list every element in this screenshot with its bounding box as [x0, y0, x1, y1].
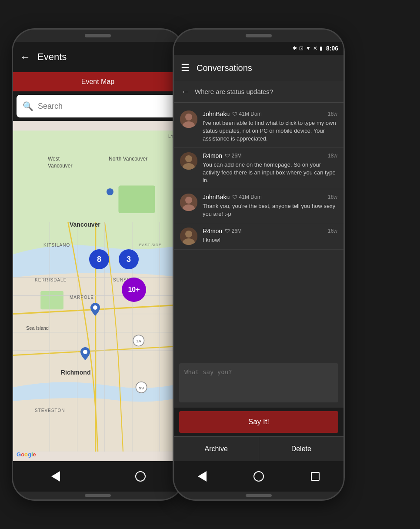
map-pin-richmond — [80, 347, 90, 362]
delete-button[interactable]: Delete — [259, 437, 344, 461]
map-marker-3[interactable]: 3 — [119, 249, 139, 269]
avatar-r4mon-1 — [180, 152, 197, 170]
west-vancouver-label: WestVancouver — [48, 156, 72, 169]
kerrisdale-label: KERRISDALE — [35, 278, 67, 282]
east-side-label: EAST SIDE — [139, 243, 161, 247]
svg-point-20 — [83, 350, 87, 354]
map-dot-north — [107, 188, 113, 195]
message-item-2[interactable]: R4mon 🛡 26M 18w You can add one on the h… — [174, 148, 343, 190]
message-text-3: Thank you, you're the best, anyone tell … — [203, 202, 337, 218]
message-content-4: R4mon 🛡 26M 16w I know! — [203, 228, 337, 244]
status-bar: ✱ ⊡ ▼ ✕ ▮ 8:06 — [174, 42, 343, 55]
avatar-johnbaku-2 — [180, 194, 197, 211]
status-time: 8:06 — [326, 45, 338, 52]
message-time-3: 18w — [328, 194, 337, 200]
right-nav-bar — [174, 461, 343, 492]
left-nav-bar — [13, 461, 183, 492]
svg-point-19 — [93, 305, 97, 310]
search-input[interactable] — [38, 102, 173, 111]
message-item[interactable]: JohnBaku 🛡 41M Dom 18w I've not been abl… — [174, 106, 343, 148]
message-time-1: 18w — [328, 111, 337, 117]
reply-area — [174, 360, 343, 408]
conv-subheader-text: Where are status updates? — [195, 88, 273, 95]
message-content-2: R4mon 🛡 26M 18w You can add one on the h… — [203, 152, 337, 185]
search-icon: 🔍 — [23, 101, 33, 111]
conversations-subheader: ← Where are status updates? — [174, 81, 343, 103]
message-name-2: R4mon — [203, 152, 222, 159]
nav-back-button[interactable] — [49, 470, 62, 483]
message-item-3[interactable]: JohnBaku 🛡 41M Dom 18w Thank you, you're… — [174, 189, 343, 223]
message-content-3: JohnBaku 🛡 41M Dom 18w Thank you, you're… — [203, 194, 337, 218]
conv-back-arrow-icon[interactable]: ← — [181, 87, 190, 97]
svg-rect-7 — [118, 186, 155, 213]
map-marker-10plus[interactable]: 10+ — [122, 278, 146, 302]
right-notch-pill — [246, 34, 272, 37]
phone-left: ← Events Event Map 🔍 — [13, 30, 183, 499]
back-arrow-icon[interactable]: ← — [20, 51, 30, 63]
svg-point-28 — [185, 197, 192, 204]
message-time-2: 18w — [328, 153, 337, 159]
conversations-title: Conversations — [197, 63, 252, 73]
message-text-4: I know! — [203, 236, 337, 244]
event-map-tab[interactable]: Event Map — [13, 72, 183, 91]
map-marker-8[interactable]: 8 — [89, 249, 109, 269]
left-screen: ← Events Event Map 🔍 — [13, 42, 183, 461]
message-name-1: JohnBaku — [203, 110, 230, 117]
nav-home-button[interactable] — [134, 470, 147, 483]
menu-icon[interactable]: ☰ — [181, 62, 190, 74]
status-icons: ✱ ⊡ ▼ ✕ ▮ — [293, 45, 323, 51]
message-meta-3: JohnBaku 🛡 41M Dom 18w — [203, 194, 337, 201]
events-header: ← Events — [13, 42, 183, 72]
battery-icon: ▮ — [320, 45, 323, 51]
message-name-3: JohnBaku — [203, 194, 230, 201]
message-name-4: R4mon — [203, 228, 222, 234]
left-notch-pill — [85, 34, 111, 37]
message-badge-3: 🛡 41M Dom — [232, 194, 261, 200]
avatar-r4mon-2 — [180, 228, 197, 245]
marpole-label: MARPOLE — [70, 295, 94, 300]
right-nav-square-button[interactable] — [309, 470, 322, 483]
svg-text:99: 99 — [139, 385, 144, 390]
right-notch-bar — [174, 30, 343, 42]
message-badge-2: 🛡 26M — [225, 153, 242, 159]
say-it-button[interactable]: Say It! — [179, 411, 338, 433]
message-item-4[interactable]: R4mon 🛡 26M 16w I know! — [174, 223, 343, 250]
map-pin-kerrisdale — [90, 303, 100, 318]
message-content-1: JohnBaku 🛡 41M Dom 18w I've not been abl… — [203, 110, 337, 143]
message-badge-4: 🛡 26M — [225, 228, 242, 234]
svg-point-25 — [185, 155, 192, 162]
events-title: Events — [37, 51, 67, 63]
svg-text:1A: 1A — [136, 338, 141, 343]
right-nav-home-button[interactable] — [252, 470, 265, 483]
vancouver-label: Vancouver — [70, 221, 100, 228]
bluetooth-icon: ✱ — [293, 45, 297, 51]
left-bottom-pill — [85, 494, 111, 497]
message-meta-4: R4mon 🛡 26M 16w — [203, 228, 337, 234]
event-map-tab-label: Event Map — [81, 78, 114, 86]
svg-rect-2 — [13, 131, 183, 259]
message-badge-1: 🛡 41M Dom — [232, 111, 261, 117]
vibrate-icon: ⊡ — [299, 45, 303, 51]
left-notch-bar — [13, 30, 183, 42]
steveston-label: STEVESTON — [35, 408, 65, 413]
map-search-bar[interactable]: 🔍 — [17, 95, 179, 117]
right-screen: ✱ ⊡ ▼ ✕ ▮ 8:06 ☰ Conversations ← Where a… — [174, 42, 343, 461]
left-bottom-bar — [13, 492, 183, 499]
google-logo: Google — [17, 451, 36, 458]
message-meta-1: JohnBaku 🛡 41M Dom 18w — [203, 110, 337, 117]
messages-area: JohnBaku 🛡 41M Dom 18w I've not been abl… — [174, 103, 343, 360]
map-container[interactable]: 1A 99 — [13, 121, 183, 461]
archive-delete-bar: Archive Delete — [174, 436, 343, 461]
archive-button[interactable]: Archive — [174, 437, 259, 461]
right-nav-back-button[interactable] — [196, 470, 209, 483]
message-meta-2: R4mon 🛡 26M 18w — [203, 152, 337, 159]
message-text-1: I've not been able to find what to click… — [203, 119, 337, 143]
kitsilano-label: KITSILANO — [43, 243, 70, 248]
svg-point-31 — [185, 231, 192, 238]
signal-icon: ✕ — [313, 45, 317, 51]
message-time-4: 16w — [328, 228, 337, 234]
reply-input[interactable] — [179, 363, 338, 402]
message-text-2: You can add one on the homepage. So on y… — [203, 161, 337, 185]
richmond-label: Richmond — [61, 369, 90, 376]
conversations-header: ☰ Conversations — [174, 55, 343, 81]
